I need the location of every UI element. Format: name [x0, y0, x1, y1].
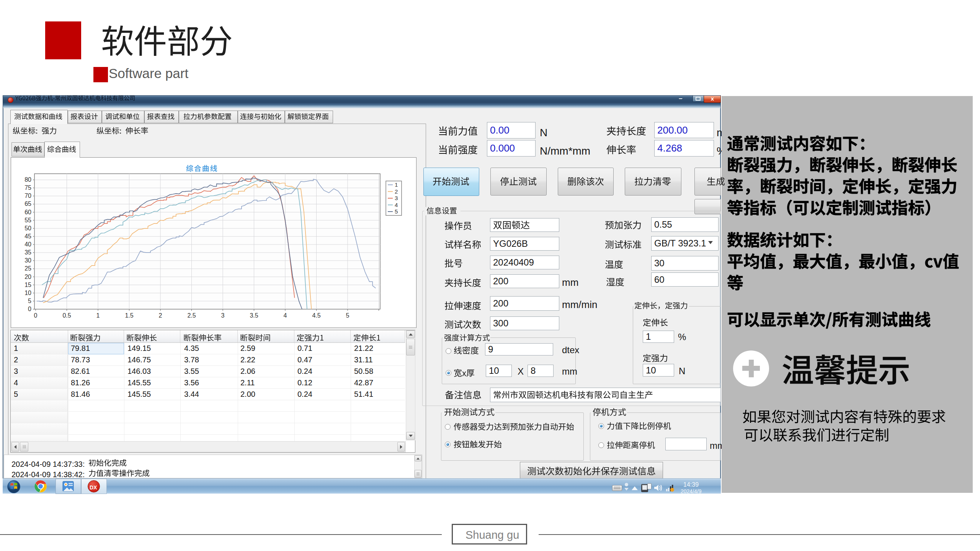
- svg-text:1: 1: [395, 181, 398, 188]
- svg-text:25: 25: [24, 265, 31, 272]
- svg-text:30: 30: [24, 257, 31, 264]
- svg-text:65: 65: [24, 201, 31, 207]
- svg-text:5: 5: [346, 312, 350, 319]
- svg-text:2.5: 2.5: [187, 312, 196, 319]
- svg-text:0: 0: [28, 306, 31, 312]
- svg-text:0: 0: [34, 312, 38, 319]
- svg-text:5: 5: [395, 208, 398, 215]
- svg-text:40: 40: [24, 241, 31, 248]
- svg-text:4.5: 4.5: [312, 312, 320, 319]
- svg-text:55: 55: [24, 217, 31, 223]
- svg-text:70: 70: [24, 192, 31, 199]
- svg-text:4: 4: [284, 312, 287, 319]
- svg-text:1.5: 1.5: [125, 312, 133, 319]
- svg-text:20: 20: [24, 274, 31, 280]
- svg-text:2: 2: [395, 188, 398, 195]
- svg-text:3: 3: [221, 312, 225, 319]
- svg-text:5: 5: [28, 298, 31, 304]
- svg-text:4: 4: [395, 202, 398, 208]
- svg-text:3: 3: [395, 195, 398, 201]
- svg-text:3.5: 3.5: [250, 312, 258, 319]
- svg-text:1: 1: [96, 312, 100, 319]
- svg-text:15: 15: [24, 282, 31, 288]
- svg-text:2: 2: [159, 312, 162, 319]
- svg-text:60: 60: [24, 209, 31, 215]
- svg-text:80: 80: [24, 176, 31, 183]
- svg-text:10: 10: [24, 290, 31, 296]
- svg-text:45: 45: [24, 233, 31, 240]
- svg-text:50: 50: [24, 225, 31, 231]
- svg-text:75: 75: [24, 184, 31, 191]
- svg-text:35: 35: [24, 249, 31, 256]
- svg-text:0.5: 0.5: [62, 312, 71, 319]
